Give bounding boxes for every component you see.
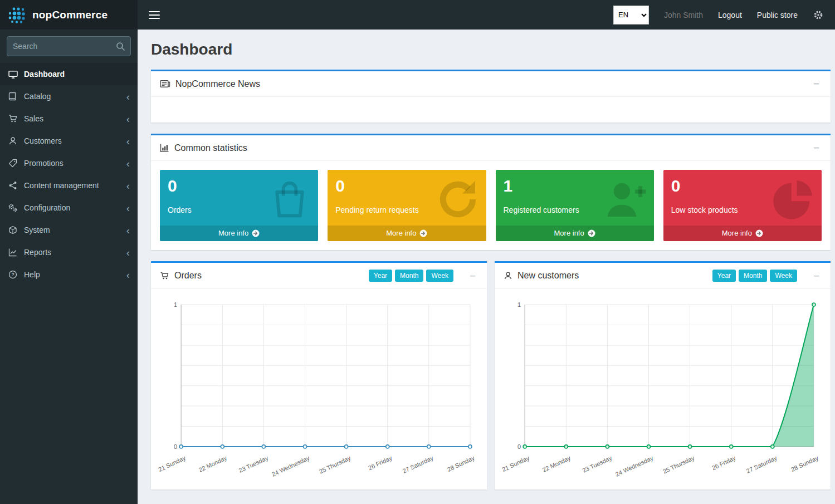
cube-icon bbox=[8, 226, 18, 234]
refresh-icon bbox=[436, 178, 480, 221]
collapse-icon[interactable]: − bbox=[467, 271, 478, 281]
sidebar-item-system[interactable]: System ‹ bbox=[0, 219, 138, 241]
svg-text:21 Sunday: 21 Sunday bbox=[501, 454, 530, 473]
chevron-left-icon: ‹ bbox=[126, 91, 130, 102]
registered-customers-more-info-link[interactable]: More info bbox=[496, 226, 654, 241]
charts-row: Orders Year Month Week − 1021 Sunday22 M… bbox=[151, 261, 831, 490]
svg-text:27 Saturday: 27 Saturday bbox=[402, 454, 434, 474]
svg-text:23 Tuesday: 23 Tuesday bbox=[582, 454, 613, 474]
collapse-icon[interactable]: − bbox=[811, 143, 822, 153]
orders-chart-panel: Orders Year Month Week − 1021 Sunday22 M… bbox=[151, 261, 487, 490]
topbar: EN John Smith Logout Public store bbox=[138, 0, 835, 30]
svg-text:25 Thursday: 25 Thursday bbox=[318, 454, 352, 475]
user-icon bbox=[8, 136, 18, 145]
arrow-circle-right-icon bbox=[252, 229, 260, 237]
cart-icon bbox=[8, 114, 18, 123]
public-store-link[interactable]: Public store bbox=[757, 11, 798, 19]
collapse-icon[interactable]: − bbox=[811, 271, 822, 281]
svg-text:28 Sunday: 28 Sunday bbox=[446, 454, 476, 473]
news-panel: NopCommerce News − bbox=[151, 70, 831, 123]
sidebar-search bbox=[7, 36, 131, 56]
info-box-main: 0 Orders bbox=[160, 170, 318, 226]
info-box-main: 0 Pending return requests bbox=[328, 170, 486, 226]
statistics-panel-header: Common statistics − bbox=[151, 135, 831, 161]
sidebar-item-dashboard[interactable]: Dashboard bbox=[0, 63, 138, 85]
search-icon bbox=[115, 41, 125, 51]
topbar-right: EN John Smith Logout Public store bbox=[613, 6, 824, 25]
sidebar-item-sales[interactable]: Sales ‹ bbox=[0, 107, 138, 130]
more-info-label: More info bbox=[386, 229, 416, 237]
news-panel-title: NopCommerce News bbox=[175, 79, 260, 89]
sidebar-menu: Dashboard Catalog ‹ Sales ‹ Customers ‹ bbox=[0, 63, 138, 286]
hamburger-menu-button[interactable] bbox=[149, 11, 160, 19]
svg-text:1: 1 bbox=[517, 301, 521, 308]
language-select[interactable]: EN bbox=[613, 6, 649, 25]
arrow-circle-right-icon bbox=[419, 229, 427, 237]
svg-text:24 Wednesday: 24 Wednesday bbox=[271, 454, 311, 478]
sidebar-item-reports[interactable]: Reports ‹ bbox=[0, 241, 138, 263]
svg-text:?: ? bbox=[11, 272, 14, 277]
newspaper-icon bbox=[160, 79, 170, 89]
info-box-main: 0 Low stock products bbox=[663, 170, 822, 226]
low-stock-info-box: 0 Low stock products More info bbox=[663, 170, 822, 241]
arrow-circle-right-icon bbox=[755, 229, 763, 237]
logout-link[interactable]: Logout bbox=[718, 11, 742, 19]
page-title: Dashboard bbox=[151, 41, 831, 58]
shopping-bag-icon bbox=[268, 178, 311, 221]
chart-line-icon bbox=[8, 248, 18, 257]
orders-chart-header: Orders Year Month Week − bbox=[151, 263, 487, 289]
pending-returns-more-info-link[interactable]: More info bbox=[328, 226, 486, 241]
registered-customers-info-box: 1 Registered customers More info bbox=[496, 170, 654, 241]
sidebar-item-promotions[interactable]: Promotions ‹ bbox=[0, 152, 138, 174]
sidebar-item-content-management[interactable]: Content management ‹ bbox=[0, 174, 138, 197]
orders-year-button[interactable]: Year bbox=[369, 270, 392, 282]
new-customers-chart-title: New customers bbox=[517, 271, 579, 281]
svg-text:22 Monday: 22 Monday bbox=[541, 454, 572, 473]
low-stock-more-info-link[interactable]: More info bbox=[663, 226, 822, 241]
statistics-panel-title: Common statistics bbox=[174, 143, 247, 153]
more-info-label: More info bbox=[722, 229, 752, 237]
svg-text:26 Friday: 26 Friday bbox=[367, 454, 393, 471]
svg-text:0: 0 bbox=[174, 443, 177, 450]
chevron-left-icon: ‹ bbox=[126, 158, 130, 169]
sidebar-item-configuration[interactable]: Configuration ‹ bbox=[0, 197, 138, 219]
sidebar-item-label: Configuration bbox=[24, 203, 70, 212]
pending-returns-info-box: 0 Pending return requests More info bbox=[328, 170, 486, 241]
bar-chart-icon bbox=[160, 143, 169, 153]
svg-text:23 Tuesday: 23 Tuesday bbox=[238, 454, 270, 474]
new-customers-chart-body: 1021 Sunday22 Monday23 Tuesday24 Wednesd… bbox=[495, 289, 831, 480]
new-customers-line-chart: 1021 Sunday22 Monday23 Tuesday24 Wednesd… bbox=[499, 296, 826, 480]
arrow-circle-right-icon bbox=[588, 229, 595, 237]
new-customers-month-button[interactable]: Month bbox=[739, 270, 767, 282]
settings-gear-icon[interactable] bbox=[813, 9, 824, 21]
sidebar: nopCommerce Dashboard Catalog ‹ bbox=[0, 0, 138, 504]
brand-logo[interactable]: nopCommerce bbox=[0, 0, 138, 30]
cart-icon bbox=[160, 271, 169, 280]
chevron-left-icon: ‹ bbox=[126, 225, 130, 236]
orders-more-info-link[interactable]: More info bbox=[160, 226, 318, 241]
new-customers-chart-header: New customers Year Month Week − bbox=[495, 263, 831, 289]
svg-text:28 Sunday: 28 Sunday bbox=[790, 454, 819, 473]
chevron-left-icon: ‹ bbox=[126, 136, 130, 146]
new-customers-range-buttons: Year Month Week bbox=[712, 270, 797, 282]
orders-line-chart: 1021 Sunday22 Monday23 Tuesday24 Wednesd… bbox=[155, 296, 482, 480]
orders-month-button[interactable]: Month bbox=[395, 270, 423, 282]
search-button[interactable] bbox=[112, 38, 129, 55]
orders-week-button[interactable]: Week bbox=[426, 270, 453, 282]
svg-text:25 Thursday: 25 Thursday bbox=[662, 454, 696, 475]
sidebar-item-customers[interactable]: Customers ‹ bbox=[0, 130, 138, 152]
new-customers-week-button[interactable]: Week bbox=[770, 270, 797, 282]
sidebar-item-help[interactable]: ? Help ‹ bbox=[0, 263, 138, 286]
collapse-icon[interactable]: − bbox=[811, 79, 822, 89]
new-customers-year-button[interactable]: Year bbox=[712, 270, 736, 282]
question-circle-icon: ? bbox=[8, 270, 18, 279]
share-nodes-icon bbox=[8, 181, 18, 190]
sidebar-item-label: Promotions bbox=[24, 159, 64, 168]
sidebar-item-label: Dashboard bbox=[24, 70, 65, 79]
sidebar-item-catalog[interactable]: Catalog ‹ bbox=[0, 85, 138, 107]
main-content: Dashboard NopCommerce News − Common stat… bbox=[138, 30, 835, 504]
orders-info-box: 0 Orders More info bbox=[160, 170, 318, 241]
svg-text:24 Wednesday: 24 Wednesday bbox=[614, 454, 655, 478]
tag-icon bbox=[8, 159, 18, 168]
current-user-name: John Smith bbox=[664, 11, 703, 19]
